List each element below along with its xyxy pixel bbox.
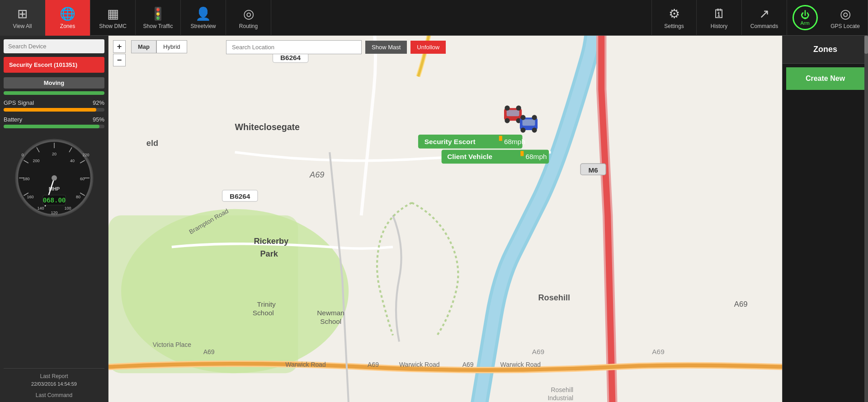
last-command-label: Last Command: [4, 392, 104, 398]
speedometer-container: 20 40 60 80 100 120 140 160 180 200 0 22…: [4, 133, 104, 223]
search-device-input[interactable]: [4, 39, 104, 53]
arm-label: Arm: [800, 20, 809, 26]
svg-text:180: 180: [23, 177, 29, 181]
commands-icon: ↗: [759, 6, 769, 21]
show-dmc-icon: ▦: [107, 6, 119, 21]
svg-text:Warwick Road: Warwick Road: [399, 361, 440, 368]
toolbar-item-gps-locate[interactable]: ◎ GPS Locate: [823, 0, 868, 36]
view-all-icon: ⊞: [17, 6, 28, 21]
toolbar-item-commands[interactable]: ↗ Commands: [742, 0, 787, 36]
svg-text:200: 200: [33, 159, 39, 163]
battery-row: Battery 95%: [4, 116, 104, 123]
unfollow-button[interactable]: Unfollow: [410, 41, 446, 54]
arm-circle: ⏻ Arm: [793, 5, 818, 30]
right-panel-scrollbar[interactable]: [864, 36, 868, 402]
history-icon: 🗓: [713, 6, 726, 21]
svg-text:68mph: 68mph: [526, 153, 547, 160]
streetview-icon: 👤: [195, 6, 211, 21]
svg-text:100: 100: [64, 206, 71, 210]
map-container[interactable]: B6264 B6264 B6264 M6 A69 A69 A69 eld Whi…: [108, 36, 782, 402]
zoom-in-button[interactable]: +: [113, 40, 126, 53]
svg-text:A69: A69: [462, 361, 474, 368]
svg-text:140: 140: [37, 206, 44, 210]
gps-signal-label: GPS Signal: [4, 99, 34, 106]
create-new-button[interactable]: Create New: [786, 67, 864, 90]
toolbar-label-routing: Routing: [239, 23, 258, 29]
toolbar-item-arm[interactable]: ⏻ Arm: [787, 0, 823, 36]
toolbar-item-routing[interactable]: ◎ Routing: [226, 0, 271, 36]
search-location-input[interactable]: [226, 40, 362, 54]
toolbar-label-zones: Zones: [60, 23, 75, 29]
svg-point-76: [532, 115, 537, 120]
last-report-time: 22/03/2016 14:54:59: [4, 381, 104, 387]
search-location-bar: Show Mast Unfollow: [226, 40, 446, 54]
svg-text:Security Escort: Security Escort: [425, 138, 476, 145]
svg-text:Newman: Newman: [317, 309, 344, 317]
svg-text:220: 220: [82, 153, 89, 157]
svg-text:A69: A69: [652, 348, 664, 355]
battery-value: 95%: [93, 116, 104, 123]
svg-text:Trinity: Trinity: [257, 300, 276, 308]
toolbar-label-show-dmc: Show DMC: [99, 23, 127, 29]
toolbar-label-show-traffic: Show Traffic: [143, 23, 173, 29]
svg-text:40: 40: [70, 159, 74, 163]
moving-status-badge: Moving: [4, 77, 104, 89]
scrollbar-thumb[interactable]: [864, 36, 868, 54]
toolbar-label-gps-locate: GPS Locate: [830, 23, 860, 29]
last-report-title: Last Report: [4, 373, 104, 379]
battery-bar: [4, 125, 99, 128]
main-layout: Security Escort (101351) Moving GPS Sign…: [0, 36, 868, 402]
svg-text:60: 60: [80, 177, 84, 181]
gps-bar: [4, 108, 96, 112]
svg-rect-83: [520, 151, 524, 156]
map-type-hybrid-button[interactable]: Hybrid: [156, 40, 187, 53]
gps-locate-icon: ◎: [840, 6, 851, 21]
svg-rect-66: [507, 110, 519, 116]
toolbar-item-show-dmc[interactable]: ▦ Show DMC: [90, 0, 136, 36]
svg-text:Rosehill: Rosehill: [551, 386, 573, 393]
svg-point-25: [52, 175, 57, 181]
svg-text:Whiteclosegate: Whiteclosegate: [235, 122, 300, 132]
svg-text:0: 0: [21, 153, 24, 157]
show-mast-button[interactable]: Show Mast: [365, 41, 407, 54]
svg-point-70: [516, 106, 521, 111]
svg-text:Warwick Road: Warwick Road: [285, 361, 326, 368]
device-badge[interactable]: Security Escort (101351): [4, 57, 104, 73]
svg-text:A69: A69: [368, 361, 379, 368]
toolbar-label-settings: Settings: [664, 23, 684, 29]
toolbar-item-view-all[interactable]: ⊞ View All: [0, 0, 45, 36]
zones-header: Zones: [783, 36, 868, 64]
svg-text:68mph: 68mph: [504, 138, 525, 145]
battery-bar-container: [4, 125, 104, 128]
moving-bar-container: [4, 91, 104, 95]
toolbar-item-streetview[interactable]: 👤 Streetview: [181, 0, 226, 36]
toolbar-item-show-traffic[interactable]: 🚦 Show Traffic: [136, 0, 181, 36]
gps-signal-value: 92%: [93, 99, 104, 106]
settings-icon: ⚙: [669, 6, 680, 21]
battery-label: Battery: [4, 116, 22, 123]
map-zoom-controls: + −: [113, 40, 126, 66]
svg-text:068.00: 068.00: [42, 196, 66, 204]
svg-text:A69: A69: [203, 348, 215, 355]
svg-rect-79: [499, 136, 502, 141]
toolbar-item-history[interactable]: 🗓 History: [697, 0, 742, 36]
toolbar-label-commands: Commands: [750, 23, 778, 29]
map-type-map-button[interactable]: Map: [131, 40, 156, 53]
last-report-section: Last Report 22/03/2016 14:54:59 Last Com…: [4, 368, 104, 398]
zones-icon: 🌐: [60, 6, 75, 21]
svg-text:B6264: B6264: [230, 192, 250, 200]
svg-text:20: 20: [52, 152, 56, 156]
toolbar-item-zones[interactable]: 🌐 Zones: [45, 0, 90, 36]
svg-text:Victoria Place: Victoria Place: [153, 341, 191, 348]
svg-text:eld: eld: [146, 139, 158, 148]
svg-point-69: [505, 106, 509, 111]
svg-text:A69: A69: [734, 300, 748, 309]
svg-point-75: [520, 115, 525, 120]
svg-text:School: School: [320, 318, 341, 325]
moving-bar: [4, 91, 104, 95]
svg-text:120: 120: [51, 210, 57, 215]
zoom-out-button[interactable]: −: [113, 54, 126, 66]
map-svg: B6264 B6264 B6264 M6 A69 A69 A69 eld Whi…: [108, 36, 782, 402]
right-panel: Zones Create New: [782, 36, 868, 402]
toolbar-item-settings[interactable]: ⚙ Settings: [651, 0, 697, 36]
